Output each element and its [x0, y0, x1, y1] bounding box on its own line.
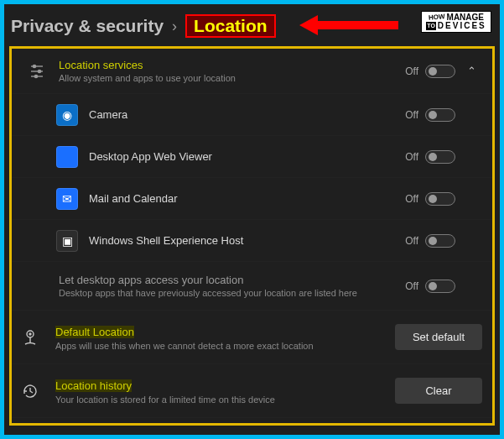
svg-point-2	[33, 65, 35, 67]
window-frame: Privacy & security › Location HOW MANAGE…	[0, 0, 504, 439]
svg-marker-0	[299, 15, 398, 35]
app-state: Off	[405, 151, 418, 163]
app-row[interactable]: Desktop App Web ViewerOff	[12, 136, 492, 178]
svg-point-8	[29, 333, 31, 335]
desktop-apps-title: Let desktop apps access your location	[59, 274, 398, 286]
app-icon	[52, 146, 82, 168]
app-name: Camera	[89, 108, 398, 121]
sliders-icon	[22, 63, 52, 80]
default-location-title: Default Location	[55, 326, 134, 338]
app-toggle[interactable]	[425, 234, 455, 248]
breadcrumb-current: Location	[185, 14, 276, 38]
location-history-title: Location history	[55, 379, 132, 392]
location-history-subtitle: Your location is stored for a limited ti…	[55, 395, 388, 405]
breadcrumb: Privacy & security › Location HOW MANAGE…	[4, 4, 500, 46]
app-name: Desktop App Web Viewer	[89, 150, 398, 163]
map-pin-icon	[22, 328, 49, 347]
default-location-row: Default Location Apps will use this when…	[12, 311, 492, 364]
set-default-button[interactable]: Set default	[395, 324, 482, 350]
desktop-apps-row[interactable]: Let desktop apps access your location De…	[12, 262, 492, 311]
chevron-up-icon[interactable]: ⌃	[460, 65, 482, 77]
app-icon: ▣	[52, 230, 82, 252]
app-toggle[interactable]	[425, 150, 455, 164]
location-history-row: Location history Your location is stored…	[12, 364, 492, 418]
default-location-subtitle: Apps will use this when we cannot detect…	[55, 341, 388, 351]
app-name: Mail and Calendar	[89, 192, 398, 205]
arrow-annotation	[299, 13, 400, 38]
breadcrumb-parent[interactable]: Privacy & security	[11, 16, 164, 36]
app-state: Off	[405, 193, 418, 205]
app-row[interactable]: ▣Windows Shell Experience HostOff	[12, 220, 492, 262]
desktop-apps-subtitle: Desktop apps that have previously access…	[59, 288, 398, 298]
app-icon: ✉	[52, 188, 82, 210]
content-panel: Location services Allow system and apps …	[9, 46, 495, 426]
app-icon: ◉	[52, 104, 82, 126]
app-row[interactable]: ◉CameraOff	[12, 94, 492, 136]
site-logo: HOW MANAGE TO DEVICES	[421, 11, 491, 33]
clear-button[interactable]: Clear	[395, 378, 482, 404]
app-toggle[interactable]	[425, 108, 455, 122]
location-services-state: Off	[405, 65, 418, 77]
app-toggle[interactable]	[425, 192, 455, 206]
app-row[interactable]: ✉Mail and CalendarOff	[12, 178, 492, 220]
app-state: Off	[405, 109, 418, 121]
location-services-toggle[interactable]	[425, 65, 455, 78]
desktop-apps-toggle[interactable]	[425, 280, 455, 293]
desktop-apps-state: Off	[405, 280, 418, 292]
svg-point-4	[38, 70, 40, 72]
chevron-right-icon: ›	[172, 18, 177, 35]
location-services-subtitle: Allow system and apps to use your locati…	[59, 73, 398, 83]
history-icon	[22, 383, 49, 400]
svg-point-6	[34, 75, 37, 77]
location-services-row[interactable]: Location services Allow system and apps …	[12, 49, 492, 94]
app-name: Windows Shell Experience Host	[89, 234, 398, 247]
app-state: Off	[405, 235, 418, 247]
location-services-title: Location services	[59, 59, 398, 71]
